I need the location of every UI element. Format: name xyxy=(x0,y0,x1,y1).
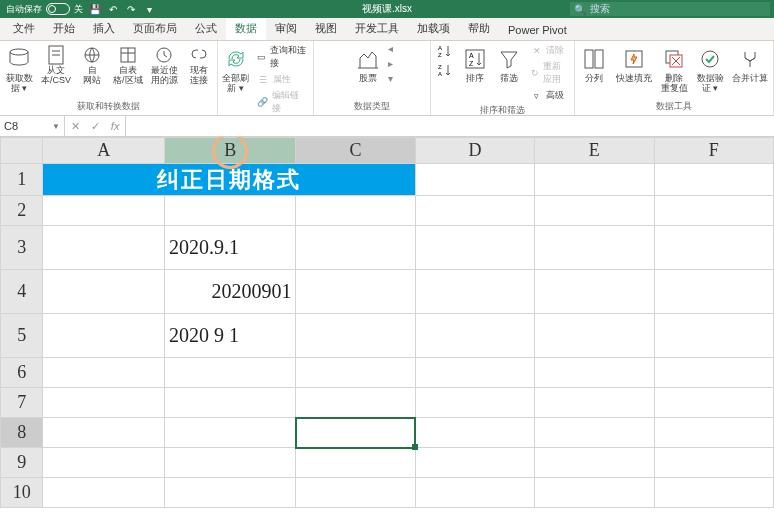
cell-E8[interactable] xyxy=(535,418,654,448)
col-header-A[interactable]: A xyxy=(43,138,164,164)
redo-icon[interactable]: ↷ xyxy=(125,3,137,15)
cell-A2[interactable] xyxy=(43,196,164,226)
from-csv-button[interactable]: 从文 本/CSV xyxy=(39,43,73,88)
spreadsheet-grid[interactable]: A B C D E F 1 纠正日期格式 2 3 2020.9.1 xyxy=(0,137,774,528)
cell-D2[interactable] xyxy=(415,196,534,226)
sort-button[interactable]: AZ 排序 xyxy=(460,43,490,86)
fx-icon[interactable]: fx xyxy=(111,120,120,132)
stocks-button[interactable]: 股票 xyxy=(352,43,384,86)
data-validation-button[interactable]: 数据验 证 ▾ xyxy=(694,43,726,96)
edit-links-button[interactable]: 🔗 编辑链接 xyxy=(255,88,311,116)
cell-B8[interactable] xyxy=(164,418,296,448)
cell-E10[interactable] xyxy=(535,478,654,508)
tab-review[interactable]: 审阅 xyxy=(266,17,306,40)
cell-E4[interactable] xyxy=(535,270,654,314)
cell-A4[interactable] xyxy=(43,270,164,314)
sort-asc-button[interactable]: AZ xyxy=(434,43,456,60)
cell-C9[interactable] xyxy=(296,448,415,478)
toggle-icon[interactable] xyxy=(46,3,70,15)
cell-B2[interactable] xyxy=(164,196,296,226)
cell-C8[interactable] xyxy=(296,418,415,448)
tab-home[interactable]: 开始 xyxy=(44,17,84,40)
tab-help[interactable]: 帮助 xyxy=(459,17,499,40)
cell-D6[interactable] xyxy=(415,358,534,388)
row-header-1[interactable]: 1 xyxy=(1,164,43,196)
cell-F8[interactable] xyxy=(654,418,773,448)
cell-B9[interactable] xyxy=(164,448,296,478)
tab-data[interactable]: 数据 xyxy=(226,15,266,40)
sort-desc-button[interactable]: ZA xyxy=(434,62,456,79)
cell-C7[interactable] xyxy=(296,388,415,418)
tab-addins[interactable]: 加载项 xyxy=(408,17,459,40)
row-header-6[interactable]: 6 xyxy=(1,358,43,388)
cell-B4[interactable]: 20200901 xyxy=(164,270,296,314)
cell-A1-merged[interactable]: 纠正日期格式 xyxy=(43,164,415,196)
cell-C6[interactable] xyxy=(296,358,415,388)
clear-filter-button[interactable]: ✕ 清除 xyxy=(528,43,571,58)
enter-icon[interactable]: ✓ xyxy=(91,120,100,133)
cell-A10[interactable] xyxy=(43,478,164,508)
cell-E7[interactable] xyxy=(535,388,654,418)
cell-E5[interactable] xyxy=(535,314,654,358)
undo-icon[interactable]: ↶ xyxy=(107,3,119,15)
qat-customize-icon[interactable]: ▾ xyxy=(143,3,155,15)
tab-dev[interactable]: 开发工具 xyxy=(346,17,408,40)
row-header-3[interactable]: 3 xyxy=(1,226,43,270)
cell-B10[interactable] xyxy=(164,478,296,508)
cell-F10[interactable] xyxy=(654,478,773,508)
tab-view[interactable]: 视图 xyxy=(306,17,346,40)
cell-F7[interactable] xyxy=(654,388,773,418)
row-header-4[interactable]: 4 xyxy=(1,270,43,314)
cell-A5[interactable] xyxy=(43,314,164,358)
cell-D7[interactable] xyxy=(415,388,534,418)
row-header-2[interactable]: 2 xyxy=(1,196,43,226)
expand-icon[interactable]: ▾ xyxy=(388,73,393,84)
cell-E3[interactable] xyxy=(535,226,654,270)
cell-B3[interactable]: 2020.9.1 xyxy=(164,226,296,270)
cell-F9[interactable] xyxy=(654,448,773,478)
col-header-F[interactable]: F xyxy=(654,138,773,164)
existing-connections-button[interactable]: 现有 连接 xyxy=(184,43,214,88)
col-header-D[interactable]: D xyxy=(415,138,534,164)
get-data-button[interactable]: 获取数 据 ▾ xyxy=(3,43,35,96)
row-header-7[interactable]: 7 xyxy=(1,388,43,418)
refresh-all-button[interactable]: 全部刷 新 ▾ xyxy=(221,43,251,96)
cell-E9[interactable] xyxy=(535,448,654,478)
row-header-5[interactable]: 5 xyxy=(1,314,43,358)
row-header-8[interactable]: 8 xyxy=(1,418,43,448)
cell-D10[interactable] xyxy=(415,478,534,508)
queries-connections-button[interactable]: ▭ 查询和连接 xyxy=(255,43,311,71)
cell-C5[interactable] xyxy=(296,314,415,358)
col-header-C[interactable]: C xyxy=(296,138,415,164)
cell-D1[interactable] xyxy=(415,164,534,196)
tab-powerpivot[interactable]: Power Pivot xyxy=(499,20,576,40)
cell-B5[interactable]: 2020 9 1 xyxy=(164,314,296,358)
name-box-dropdown-icon[interactable]: ▼ xyxy=(52,122,60,131)
formula-input[interactable] xyxy=(126,116,774,136)
cell-E6[interactable] xyxy=(535,358,654,388)
scroll-right-icon[interactable]: ▸ xyxy=(388,58,393,69)
cell-F3[interactable] xyxy=(654,226,773,270)
autosave-toggle[interactable]: 自动保存 关 xyxy=(6,3,83,16)
cell-D8[interactable] xyxy=(415,418,534,448)
cell-B6[interactable] xyxy=(164,358,296,388)
cell-D3[interactable] xyxy=(415,226,534,270)
cell-F5[interactable] xyxy=(654,314,773,358)
tab-file[interactable]: 文件 xyxy=(4,17,44,40)
cell-C10[interactable] xyxy=(296,478,415,508)
cell-A6[interactable] xyxy=(43,358,164,388)
tab-formulas[interactable]: 公式 xyxy=(186,17,226,40)
cell-F6[interactable] xyxy=(654,358,773,388)
col-header-E[interactable]: E xyxy=(535,138,654,164)
properties-button[interactable]: ☰ 属性 xyxy=(255,72,311,87)
save-icon[interactable]: 💾 xyxy=(89,3,101,15)
tab-insert[interactable]: 插入 xyxy=(84,17,124,40)
cell-E2[interactable] xyxy=(535,196,654,226)
name-box[interactable]: C8 ▼ xyxy=(0,116,65,136)
row-header-10[interactable]: 10 xyxy=(1,478,43,508)
text-to-columns-button[interactable]: 分列 xyxy=(578,43,610,86)
search-box[interactable]: 🔍 搜索 xyxy=(570,2,770,16)
cell-F2[interactable] xyxy=(654,196,773,226)
tab-layout[interactable]: 页面布局 xyxy=(124,17,186,40)
cell-A3[interactable] xyxy=(43,226,164,270)
